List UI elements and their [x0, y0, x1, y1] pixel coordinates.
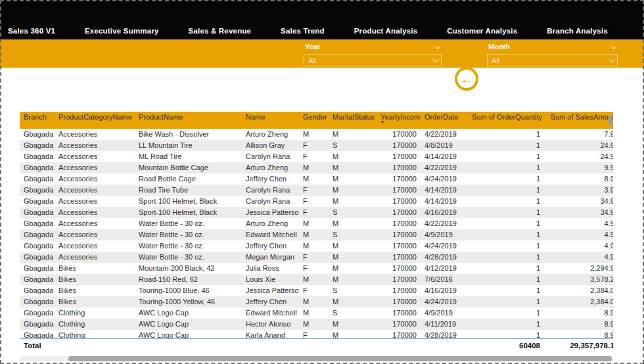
- table-cell: Gbagada: [20, 129, 55, 140]
- table-cell: 3.99: [544, 185, 613, 196]
- table-cell: Edward Mitchell: [242, 229, 299, 240]
- nav-item-branch-analysis[interactable]: Branch Analysis: [547, 27, 608, 35]
- month-slicer-dropdown[interactable]: All: [487, 54, 618, 66]
- data-table: BranchProductCategoryNameProductNameName…: [20, 112, 613, 352]
- table-cell: Gbagada: [20, 173, 55, 185]
- table-row[interactable]: GbagadaAccessoriesRoad Bottle CageJeffer…: [20, 173, 613, 185]
- table-row[interactable]: GbagadaClothingAWC Logo CapEdward Mitche…: [20, 307, 613, 319]
- table-cell: F: [299, 330, 329, 338]
- table-cell: 4/12/2019: [421, 263, 468, 274]
- table-row[interactable]: GbagadaAccessoriesWater Bottle - 30 oz.M…: [20, 252, 613, 263]
- table-row[interactable]: GbagadaBikesMountain-200 Black, 42Julia …: [20, 263, 613, 274]
- table-cell: 1: [468, 196, 544, 207]
- column-header-orderdate[interactable]: OrderDate: [421, 112, 468, 129]
- nav-item-sales-trend[interactable]: Sales Trend: [281, 27, 325, 35]
- back-arrow-icon: ←: [461, 73, 473, 85]
- table-row[interactable]: GbagadaAccessoriesSport-100 Helmet, Blac…: [20, 196, 613, 207]
- table-cell: Jeffery Chen: [242, 240, 299, 252]
- table-row[interactable]: GbagadaAccessoriesML Road TireCarolyn Ra…: [20, 151, 613, 162]
- table-cell: M: [329, 151, 377, 162]
- table-cell: LL Mountain Tire: [135, 140, 242, 151]
- table-cell: M: [299, 240, 329, 252]
- table-cell: 170000: [377, 296, 421, 307]
- vertical-scrollbar-thumb[interactable]: [609, 116, 612, 125]
- column-header-sum-of-salesamount[interactable]: Sum of SalesAmount: [544, 112, 613, 129]
- table-row[interactable]: GbagadaAccessoriesLL Mountain TireAlliso…: [20, 140, 613, 151]
- table-cell: Accessories: [55, 173, 135, 185]
- table-cell: 4.99: [544, 229, 613, 240]
- table-cell: M: [329, 252, 377, 263]
- nav-item-customer-analysis[interactable]: Customer Analysis: [447, 27, 517, 35]
- table-cell: Bikes: [55, 296, 135, 307]
- column-header-productname[interactable]: ProductName: [135, 112, 242, 129]
- column-header-gender[interactable]: Gender: [299, 112, 329, 129]
- table-cell: Edward Mitchell: [242, 307, 299, 319]
- table-cell: 4.99: [544, 218, 613, 229]
- nav-item-executive-summary[interactable]: Executive Summary: [85, 27, 159, 35]
- year-slicer-header[interactable]: Year: [304, 41, 442, 52]
- table-cell: M: [299, 296, 329, 307]
- table-cell: M: [299, 129, 329, 140]
- nav-item-sales-revenue[interactable]: Sales & Revenue: [189, 27, 252, 35]
- table-row[interactable]: GbagadaAccessoriesSport-100 Helmet, Blac…: [20, 207, 613, 218]
- table-cell: Mountain Bottle Cage: [135, 162, 242, 173]
- table-cell: Bikes: [55, 274, 135, 285]
- table-cell: Jeffery Chen: [242, 173, 299, 185]
- month-slicer-header[interactable]: Month: [487, 41, 618, 52]
- table-cell: Carolyn Rana: [242, 196, 299, 207]
- table-cell: M: [329, 240, 377, 252]
- column-header-branch[interactable]: Branch: [20, 112, 55, 129]
- year-slicer-dropdown[interactable]: All: [304, 54, 442, 66]
- table-row[interactable]: GbagadaBikesTouring-1000 Blue, 46Jessica…: [20, 285, 613, 296]
- column-header-maritalstatus[interactable]: MaritalStatus: [329, 112, 377, 129]
- table-row[interactable]: GbagadaAccessoriesRoad Tire TubeCarolyn …: [20, 185, 613, 196]
- table-cell: 4/16/2019: [421, 285, 468, 296]
- back-button[interactable]: ←: [455, 67, 478, 91]
- table-cell: M: [329, 274, 377, 285]
- table-cell: M: [299, 274, 329, 285]
- horizontal-scrollbar-track[interactable]: [20, 356, 613, 361]
- table-cell: 1: [468, 151, 544, 162]
- table-cell: 170000: [377, 218, 421, 229]
- table-row[interactable]: GbagadaClothingAWC Logo CapKarla AnandFM…: [20, 330, 613, 338]
- table-cell: 8.99: [544, 330, 613, 338]
- table-cell: 1: [468, 296, 544, 307]
- table-cell: F: [299, 285, 329, 296]
- table-row[interactable]: GbagadaAccessoriesMountain Bottle CageAr…: [20, 162, 613, 173]
- table-cell: M: [329, 196, 377, 207]
- table-row[interactable]: GbagadaClothingAWC Logo CapHector Alonso…: [20, 319, 613, 330]
- nav-item-product-analysis[interactable]: Product Analysis: [354, 27, 418, 35]
- chevron-down-icon: [609, 56, 615, 62]
- table-cell: 7/6/2016: [421, 274, 468, 285]
- table-cell: 4/14/2019: [421, 151, 468, 162]
- table-cell: Water Bottle - 30 oz.: [135, 229, 242, 240]
- table-cell: 4/24/2019: [421, 296, 468, 307]
- table-cell: 4/9/2019: [421, 229, 468, 240]
- column-header-label: OrderDate: [425, 113, 464, 121]
- table-cell: 4/22/2019: [421, 129, 468, 140]
- column-header-sum-of-orderquantity[interactable]: Sum of OrderQuantity: [468, 112, 544, 129]
- table-cell: 170000: [377, 307, 421, 319]
- table-row[interactable]: GbagadaBikesRoad-150 Red, 62Louis XieMM1…: [20, 274, 613, 285]
- table-cell: 4/11/2019: [421, 319, 468, 330]
- table-row[interactable]: GbagadaAccessoriesWater Bottle - 30 oz.J…: [20, 240, 613, 252]
- table-cell: M: [299, 229, 329, 240]
- nav-item-sales-360-v1[interactable]: Sales 360 V1: [8, 27, 55, 35]
- chevron-down-icon: [434, 43, 441, 49]
- column-header-name[interactable]: Name: [242, 112, 299, 129]
- column-header-label: Name: [246, 113, 295, 121]
- table-cell: 4/8/2019: [421, 140, 468, 151]
- column-header-yearlyincome[interactable]: YearlyIncome▼: [377, 112, 421, 129]
- table-row[interactable]: GbagadaAccessoriesWater Bottle - 30 oz.E…: [20, 229, 613, 240]
- table-cell: 9.99: [544, 162, 613, 173]
- table-row[interactable]: GbagadaAccessoriesWater Bottle - 30 oz.A…: [20, 218, 613, 229]
- year-slicer-value: All: [308, 57, 316, 64]
- table-cell: Sport-100 Helmet, Black: [135, 196, 242, 207]
- table-cell: Carolyn Rana: [242, 185, 299, 196]
- column-header-productcategoryname[interactable]: ProductCategoryName: [55, 112, 135, 129]
- table-cell: 1: [468, 307, 544, 319]
- horizontal-scrollbar-thumb[interactable]: [68, 356, 612, 361]
- table-row[interactable]: GbagadaBikesTouring-1000 Yellow, 46Jeffe…: [20, 296, 613, 307]
- table-row[interactable]: GbagadaAccessoriesBike Wash - DissolverA…: [20, 129, 613, 140]
- table-cell: F: [299, 207, 329, 218]
